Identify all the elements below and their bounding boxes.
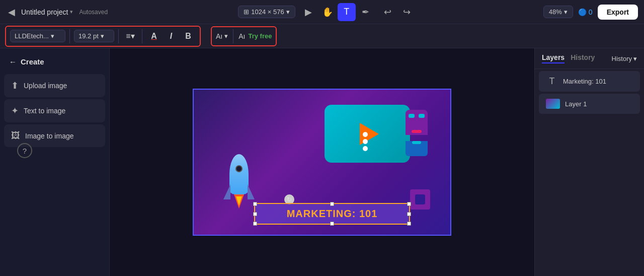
layer-marketing-label: Marketing: 101 <box>563 78 606 85</box>
canvas-size-text: 1024 × 576 <box>251 8 284 16</box>
selection-handle-br <box>407 222 411 226</box>
font-size-chevron: ▾ <box>101 32 104 40</box>
selection-handle-tl <box>253 202 257 206</box>
selection-handle-bl <box>253 222 257 226</box>
font-name-text: LLDEtech... <box>15 32 49 40</box>
credits-count: 0 <box>589 8 593 16</box>
credits-button[interactable]: 🔵 0 <box>578 8 593 16</box>
ai-resize-button[interactable]: Aı ▾ <box>216 32 228 40</box>
layer-text-icon: T <box>546 76 558 87</box>
decorative-dots <box>361 130 370 153</box>
redo-button[interactable]: ↪ <box>398 3 416 21</box>
text-tool-button[interactable]: T <box>338 3 356 21</box>
text-color-a: A <box>151 32 157 41</box>
undo-redo-group: ↩ ↪ <box>379 3 416 21</box>
robot-element <box>403 110 430 156</box>
rocket-fin-right <box>248 184 255 199</box>
ai-icon: Aı <box>238 32 245 40</box>
tab-layers[interactable]: Layers <box>542 53 565 63</box>
text-tool-icon: T <box>344 7 349 17</box>
create-label: Create <box>21 57 44 66</box>
back-button[interactable]: ◀ <box>6 5 17 20</box>
zoom-button[interactable]: 48% ▾ <box>543 6 573 18</box>
canvas-frame: ↻ MARKETING: 101 <box>193 89 451 236</box>
selection-handle-ml <box>253 212 257 216</box>
bold-button[interactable]: B <box>181 29 196 44</box>
font-size-text: 19.2 pt <box>78 32 99 40</box>
project-name: Untitled project ▾ <box>21 8 73 16</box>
rocket-body <box>229 154 249 194</box>
credits-icon: 🔵 <box>578 8 587 16</box>
topbar: ◀ Untitled project ▾ Autosaved ⊞ 1024 × … <box>0 0 644 24</box>
align-button[interactable]: ≡ ▾ <box>123 29 138 44</box>
project-name-text: Untitled project <box>21 8 68 16</box>
selection-handle-mr <box>407 212 411 216</box>
redo-icon: ↪ <box>403 7 411 18</box>
create-header: ← Create <box>4 53 105 70</box>
text-banner[interactable]: MARKETING: 101 <box>254 203 410 225</box>
panel-header: Layers History History ▾ <box>535 53 644 69</box>
sidebar-item-upload-image[interactable]: ⬆ Upload image <box>4 74 105 97</box>
selection-handle-tm <box>330 202 334 206</box>
sidebar: ← Create ⬆ Upload image ✦ Text to image … <box>0 48 110 276</box>
main-area: ← Create ⬆ Upload image ✦ Text to image … <box>0 48 644 276</box>
font-select-chevron: ▾ <box>51 32 54 40</box>
history-label: History <box>612 55 632 62</box>
layer-item-1[interactable]: Layer 1 <box>539 94 640 114</box>
help-button[interactable]: ? <box>17 143 32 158</box>
sidebar-item-text-to-image[interactable]: ✦ Text to image <box>4 99 105 122</box>
text-to-image-label: Text to image <box>24 107 65 115</box>
back-icon: ◀ <box>8 7 15 18</box>
font-size-select[interactable]: 19.2 pt ▾ <box>74 30 114 42</box>
banner-text: MARKETING: 101 <box>287 208 378 220</box>
align-icon: ≡ <box>126 32 130 41</box>
sidebar-item-image-to-image[interactable]: 🖼 Image to image <box>4 124 105 147</box>
text-toolbar: LLDEtech... ▾ 19.2 pt ▾ ≡ ▾ A I B Aı ▾ <box>0 24 644 48</box>
layer-1-label: Layer 1 <box>565 100 587 108</box>
rocket-flame-inner <box>236 196 242 205</box>
undo-button[interactable]: ↩ <box>379 3 397 21</box>
canvas-size-button[interactable]: ⊞ 1024 × 576 ▾ <box>238 6 295 18</box>
try-free-button[interactable]: Try free <box>248 32 272 40</box>
history-dropdown-button[interactable]: History ▾ <box>612 55 637 62</box>
canvas-size-icon: ⊞ <box>244 8 249 16</box>
select-icon: ▶ <box>305 7 312 18</box>
topbar-right: 48% ▾ 🔵 0 Export <box>537 5 638 20</box>
ai-button[interactable]: Aı <box>238 32 245 40</box>
toolbar-sep-4 <box>233 29 233 43</box>
export-button[interactable]: Export <box>598 5 638 20</box>
hand-tool-button[interactable]: ✋ <box>318 3 337 21</box>
canvas-area: ↻ MARKETING: 101 <box>110 48 534 276</box>
align-chevron: ▾ <box>131 31 135 41</box>
italic-icon: I <box>170 32 172 41</box>
right-panel: Layers History History ▾ T Marketing: 10… <box>534 48 644 276</box>
rocket-fin-left <box>223 184 230 199</box>
font-group: LLDEtech... ▾ 19.2 pt ▾ ≡ ▾ A I B <box>5 26 201 47</box>
ai-group: Aı ▾ Aı Try free <box>211 26 277 46</box>
upload-image-icon: ⬆ <box>11 80 19 91</box>
font-select[interactable]: LLDEtech... ▾ <box>10 30 65 42</box>
project-name-chevron: ▾ <box>70 9 73 15</box>
topbar-left: ◀ Untitled project ▾ Autosaved <box>6 5 117 20</box>
ai-resize-icon: Aı <box>216 32 222 40</box>
zoom-chevron: ▾ <box>564 8 568 16</box>
text-color-button[interactable]: A <box>146 29 162 44</box>
layer-thumb-icon <box>546 99 560 109</box>
canvas-size-chevron: ▾ <box>286 8 290 16</box>
pen-icon: ✒ <box>362 7 369 18</box>
tab-history[interactable]: History <box>571 53 595 63</box>
pen-tool-button[interactable]: ✒ <box>357 3 375 21</box>
hand-icon: ✋ <box>322 7 333 18</box>
cube-element <box>410 189 430 210</box>
italic-button[interactable]: I <box>164 29 179 44</box>
toolbar-sep-2 <box>118 29 119 43</box>
image-to-image-label: Image to image <box>25 132 74 140</box>
text-to-image-icon: ✦ <box>11 105 19 116</box>
select-tool-button[interactable]: ▶ <box>299 3 317 21</box>
history-chevron: ▾ <box>633 55 637 62</box>
toolbar-sep-1 <box>69 29 70 43</box>
layer-item-marketing[interactable]: T Marketing: 101 <box>539 71 640 92</box>
zoom-level: 48% <box>549 8 562 16</box>
autosaved-label: Autosaved <box>79 9 108 16</box>
rocket-illustration <box>224 154 254 220</box>
